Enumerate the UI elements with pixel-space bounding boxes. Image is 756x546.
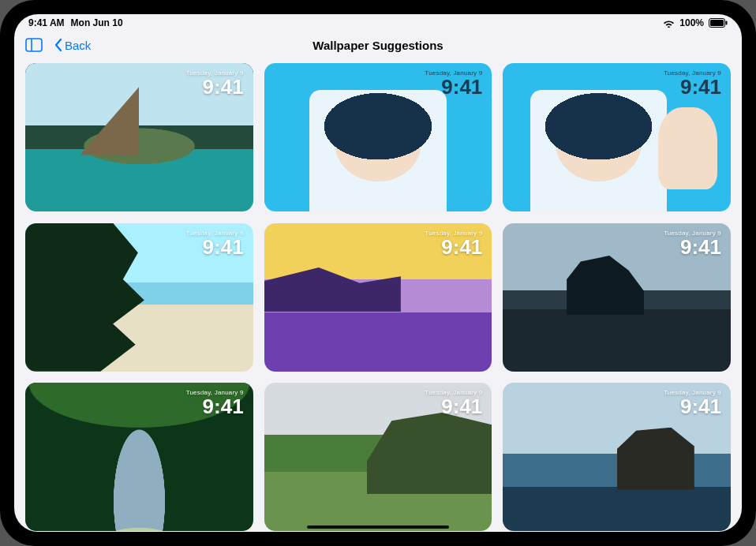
lockscreen-preview-overlay: Tuesday, January 99:41 xyxy=(186,69,244,97)
preview-date: Tuesday, January 9 xyxy=(186,230,244,237)
lockscreen-preview-overlay: Tuesday, January 99:41 xyxy=(425,230,482,257)
wallpaper-tile-basalt-coast[interactable]: Tuesday, January 99:41 xyxy=(503,223,731,372)
screen: 9:41 AM Mon Jun 10 100% xyxy=(14,14,742,532)
wallpaper-tile-portrait-bubble[interactable]: Tuesday, January 99:41 xyxy=(264,63,492,211)
home-indicator[interactable] xyxy=(307,525,449,529)
wallpaper-tile-duotone-beach[interactable]: Tuesday, January 99:41 xyxy=(264,223,492,372)
status-time: 9:41 AM xyxy=(28,17,65,28)
preview-date: Tuesday, January 9 xyxy=(186,389,244,396)
wallpaper-tile-rainforest-stream[interactable]: Tuesday, January 99:41 xyxy=(25,383,253,531)
page-title: Wallpaper Suggestions xyxy=(14,39,742,52)
lockscreen-preview-overlay: Tuesday, January 99:41 xyxy=(664,389,721,417)
lockscreen-preview-overlay: Tuesday, January 99:41 xyxy=(186,230,244,257)
back-label: Back xyxy=(65,39,91,52)
preview-date: Tuesday, January 9 xyxy=(425,389,482,396)
battery-icon xyxy=(709,18,728,28)
wallpaper-tile-portrait-selfie[interactable]: Tuesday, January 99:41 xyxy=(503,63,731,211)
preview-time: 9:41 xyxy=(664,77,721,97)
preview-date: Tuesday, January 9 xyxy=(664,69,721,77)
svg-rect-3 xyxy=(26,39,42,51)
preview-date: Tuesday, January 9 xyxy=(664,230,721,237)
chevron-left-icon xyxy=(54,38,63,52)
preview-time: 9:41 xyxy=(186,396,244,417)
lockscreen-preview-overlay: Tuesday, January 99:41 xyxy=(425,69,482,97)
preview-time: 9:41 xyxy=(664,396,721,417)
wallpaper-grid: Tuesday, January 99:41Tuesday, January 9… xyxy=(14,58,742,532)
ipad-frame: 9:41 AM Mon Jun 10 100% xyxy=(0,0,756,546)
wallpaper-tile-green-highlands[interactable]: Tuesday, January 99:41 xyxy=(264,383,492,531)
preview-date: Tuesday, January 9 xyxy=(425,230,482,237)
svg-rect-2 xyxy=(726,21,728,25)
back-button[interactable]: Back xyxy=(54,38,91,52)
preview-time: 9:41 xyxy=(186,77,244,97)
lockscreen-preview-overlay: Tuesday, January 99:41 xyxy=(425,389,482,417)
preview-date: Tuesday, January 9 xyxy=(425,69,482,77)
wallpaper-tile-volcano-lagoon[interactable]: Tuesday, January 99:41 xyxy=(25,63,253,211)
svg-rect-1 xyxy=(710,20,724,26)
lockscreen-preview-overlay: Tuesday, January 99:41 xyxy=(664,230,721,257)
navigation-bar: Back Wallpaper Suggestions xyxy=(14,32,742,58)
wallpaper-tile-ocean-searock[interactable]: Tuesday, January 99:41 xyxy=(503,383,731,531)
lockscreen-preview-overlay: Tuesday, January 99:41 xyxy=(664,69,721,97)
status-date: Mon Jun 10 xyxy=(71,17,123,28)
sidebar-toggle-icon[interactable] xyxy=(25,38,43,52)
preview-time: 9:41 xyxy=(664,237,721,257)
preview-time: 9:41 xyxy=(425,77,482,97)
preview-date: Tuesday, January 9 xyxy=(186,69,244,77)
lockscreen-preview-overlay: Tuesday, January 99:41 xyxy=(186,389,244,417)
preview-date: Tuesday, January 9 xyxy=(664,389,721,396)
preview-time: 9:41 xyxy=(425,396,482,417)
status-bar: 9:41 AM Mon Jun 10 100% xyxy=(14,14,742,32)
preview-time: 9:41 xyxy=(186,237,244,257)
wifi-icon xyxy=(663,19,675,28)
preview-time: 9:41 xyxy=(425,237,482,257)
wallpaper-tile-jungle-cliff[interactable]: Tuesday, January 99:41 xyxy=(25,223,253,372)
battery-percentage: 100% xyxy=(679,17,704,28)
